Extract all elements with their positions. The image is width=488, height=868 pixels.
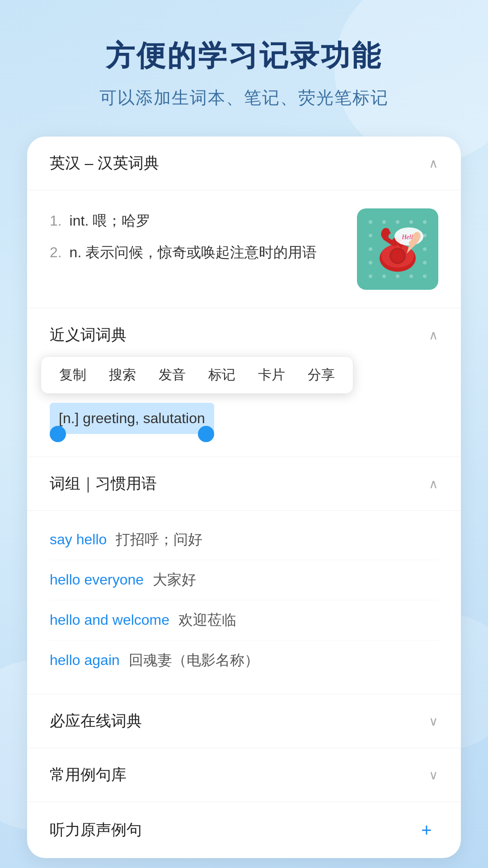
phrase-item-2[interactable]: hello everyone 大家好 [50,560,438,600]
phrase-chinese-2: 大家好 [153,570,196,590]
def-number-2: 2. [50,244,62,260]
dict-section-header[interactable]: 英汉 – 汉英词典 ∧ [27,137,461,190]
examples-chevron-down-icon: ∨ [429,768,438,783]
listening-add-button[interactable]: + [415,818,438,842]
context-menu-pronounce[interactable]: 发音 [159,366,186,384]
dict-section-title: 英汉 – 汉英词典 [50,153,159,174]
svg-point-4 [409,220,413,224]
def-text-1: int. 喂；哈罗 [70,212,151,229]
highlighted-text[interactable]: [n.] greeting, salutation [50,403,214,434]
phrase-english-3: hello and welcome [50,612,169,628]
synonym-section-title: 近义词词典 [50,325,127,345]
listening-section: 听力原声例句 + [27,802,461,858]
dict-def-1: 1. int. 喂；哈罗 [50,208,343,233]
highlighted-text-wrapper: [n.] greeting, salutation [27,403,461,457]
svg-point-12 [423,261,427,264]
svg-point-1 [369,220,372,224]
svg-point-21 [391,250,404,262]
examples-section[interactable]: 常用例句库 ∨ [27,748,461,802]
svg-point-9 [369,247,372,251]
page-subtitle: 可以添加生词本、笔记、荧光笔标记 [27,86,461,109]
phrases-section: 词组｜习惯用语 ∧ say hello 打招呼；问好 hello everyon… [27,457,461,694]
synonym-header[interactable]: 近义词词典 ∧ [27,308,461,356]
context-menu-search[interactable]: 搜索 [109,366,136,384]
svg-point-10 [423,247,427,251]
svg-point-5 [423,220,427,224]
context-menu-mark[interactable]: 标记 [208,366,235,384]
svg-point-6 [369,234,372,237]
phrase-item-3[interactable]: hello and welcome 欢迎莅临 [50,600,438,641]
phrase-chinese-1: 打招呼；问好 [116,530,202,550]
phrase-english-2: hello everyone [50,571,144,588]
svg-point-2 [382,220,386,224]
svg-point-17 [423,274,427,278]
examples-title: 常用例句库 [50,764,127,785]
def-number-1: 1. [50,212,62,229]
phrases-chevron-up-icon: ∧ [429,476,438,491]
hello-illustration: Hello [357,208,438,290]
phrases-section-title: 词组｜习惯用语 [50,473,157,494]
svg-point-11 [369,261,372,264]
phrases-list: say hello 打招呼；问好 hello everyone 大家好 hell… [27,511,461,694]
dict-definitions: 1. int. 喂；哈罗 2. n. 表示问候，惊奇或唤起注意时的用语 [50,208,357,272]
svg-point-15 [396,274,399,278]
def-text-2: n. 表示问候，惊奇或唤起注意时的用语 [70,244,317,260]
main-card: 英汉 – 汉英词典 ∧ 1. int. 喂；哈罗 2. n. 表示问候，惊奇或唤… [27,137,461,858]
svg-point-13 [369,274,372,278]
dict-content-section: 1. int. 喂；哈罗 2. n. 表示问候，惊奇或唤起注意时的用语 [27,190,461,308]
listening-title: 听力原声例句 [50,820,142,840]
phrase-english-1: say hello [50,531,107,548]
context-menu-share[interactable]: 分享 [308,366,335,384]
phrase-item-1[interactable]: say hello 打招呼；问好 [50,520,438,560]
context-menu-copy[interactable]: 复制 [59,366,86,384]
page-title: 方便的学习记录功能 [27,36,461,75]
phrase-english-4: hello again [50,652,120,669]
context-menu-card[interactable]: 卡片 [258,366,285,384]
bingdict-chevron-down-icon: ∨ [429,714,438,729]
dict-def-2: 2. n. 表示问候，惊奇或唤起注意时的用语 [50,240,343,264]
synonym-section: 近义词词典 ∧ 复制 搜索 发音 标记 卡片 分享 [n.] greeting,… [27,308,461,457]
bingdict-section[interactable]: 必应在线词典 ∨ [27,694,461,748]
bingdict-title: 必应在线词典 [50,711,142,731]
synonym-chevron-up-icon: ∧ [429,328,438,343]
phrase-chinese-4: 回魂妻（电影名称） [129,651,259,670]
header-section: 方便的学习记录功能 可以添加生词本、笔记、荧光笔标记 [27,36,461,109]
svg-point-16 [409,274,413,278]
context-menu: 复制 搜索 发音 标记 卡片 分享 [41,356,353,394]
text-handle-right[interactable] [198,426,214,442]
phrase-item-4[interactable]: hello again 回魂妻（电影名称） [50,641,438,680]
svg-point-14 [382,274,386,278]
phrases-header[interactable]: 词组｜习惯用语 ∧ [27,457,461,511]
text-handle-left[interactable] [50,426,66,442]
phrase-chinese-3: 欢迎莅临 [178,610,236,630]
svg-point-8 [423,234,427,237]
svg-point-3 [396,220,399,224]
dict-chevron-up-icon: ∧ [429,156,438,171]
